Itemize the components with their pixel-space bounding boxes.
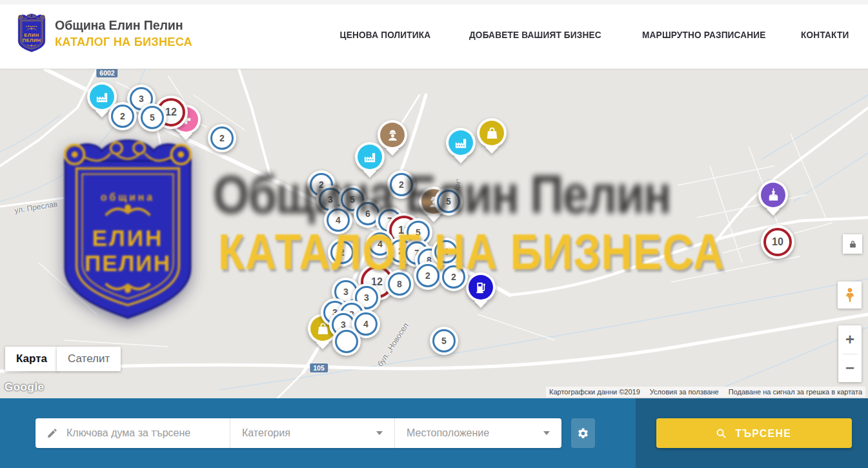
cluster-count: 5 <box>432 329 456 352</box>
cluster-count: 2 <box>210 127 234 150</box>
bag-icon <box>479 121 504 145</box>
fuel-icon <box>469 275 493 300</box>
category-dropdown[interactable]: Категория <box>230 418 395 448</box>
brand-text: Община Елин Пелин КАТАЛОГ НА БИЗНЕСА <box>55 17 198 49</box>
pencil-icon <box>46 427 58 439</box>
cluster-count: 2 <box>111 105 134 128</box>
search-button[interactable]: ТЪРСЕНЕ <box>656 418 852 448</box>
advanced-settings-button[interactable] <box>571 418 595 448</box>
zoom-out-button[interactable]: − <box>838 354 862 383</box>
lock-icon <box>848 239 858 249</box>
cluster-marker[interactable]: 2 <box>328 238 356 267</box>
cluster-marker[interactable]: 10 <box>761 225 794 259</box>
road-badge: 6002 <box>96 69 117 77</box>
maptype-map-button[interactable]: Карта <box>5 347 58 371</box>
church-icon <box>761 183 785 207</box>
cluster-count: 4 <box>434 240 458 263</box>
cluster-count: 4 <box>327 209 350 232</box>
search-fields: Категория Местоположение <box>35 418 561 448</box>
municipality-crest-logo: община ЕЛИН ПЕЛИН <box>16 13 47 54</box>
cluster-marker[interactable]: 2 <box>414 261 442 290</box>
crest-text-line2: ПЕЛИН <box>23 37 41 43</box>
nav-item-4[interactable]: КОНТАКТИ <box>801 29 849 41</box>
cluster-count: 2 <box>442 265 465 289</box>
attribution-text: Картографски данни ©2019 <box>549 388 640 396</box>
map-attribution: Картографски данни ©2019Условия за ползв… <box>546 387 865 397</box>
cluster-count: 5 <box>437 190 460 213</box>
cluster-count: 2 <box>416 264 439 287</box>
chevron-down-icon <box>543 431 550 435</box>
pegman-icon <box>842 285 858 305</box>
crest-text-line1: ЕЛИН <box>24 32 39 38</box>
zoom-in-button[interactable]: + <box>838 325 862 354</box>
location-dropdown-label: Местоположение <box>407 427 489 439</box>
nav-item-3[interactable]: МАРШРУТНО РАЗПИСАНИЕ <box>642 29 766 41</box>
attribution-link[interactable]: Условия за ползване <box>650 388 719 396</box>
road-badge: 105 <box>310 363 328 372</box>
main-nav: ЦЕНОВА ПОЛИТИКАДОБАВЕТЕ ВАШИЯТ БИЗНЕСМАР… <box>334 0 852 69</box>
top-strip <box>0 0 868 5</box>
search-bar-right-panel: ТЪРСЕНЕ <box>636 398 868 468</box>
location-dropdown[interactable]: Местоположение <box>395 418 561 448</box>
site-subtitle: КАТАЛОГ НА БИЗНЕСА <box>55 35 192 49</box>
brand[interactable]: община ЕЛИН ПЕЛИН Община Елин Пелин КАТА… <box>16 13 198 54</box>
cluster-marker[interactable]: 4 <box>324 206 352 234</box>
keyword-input[interactable] <box>66 427 230 439</box>
category-pin-bag[interactable] <box>477 118 507 148</box>
factory-icon <box>358 145 382 169</box>
cluster-count <box>335 330 358 353</box>
search-button-label: ТЪРСЕНЕ <box>735 427 791 440</box>
factory-icon <box>90 85 114 109</box>
category-pin-factory[interactable] <box>446 128 476 158</box>
category-pin-fuel[interactable] <box>466 272 496 302</box>
cluster-count: 5 <box>141 106 164 129</box>
nav-item-2[interactable]: ДОБАВЕТЕ ВАШИЯТ БИЗНЕС <box>469 29 601 41</box>
cluster-marker[interactable]: 2 <box>387 170 416 199</box>
zoom-control: + − <box>838 325 862 382</box>
site-title: Община Елин Пелин <box>55 17 189 33</box>
google-logo[interactable]: Google <box>5 381 45 394</box>
pegman-control[interactable] <box>838 281 862 309</box>
cluster-marker[interactable]: 4 <box>432 238 460 266</box>
nav-item-1[interactable]: ЦЕНОВА ПОЛИТИКА <box>340 29 431 41</box>
header: община ЕЛИН ПЕЛИН Община Елин Пелин КАТА… <box>0 0 868 69</box>
factory-icon <box>449 130 473 155</box>
crest-text-top: община <box>26 25 37 28</box>
cluster-count: 2 <box>390 173 413 196</box>
map-canvas[interactable]: ул. Преславбул. „Новоселци“ 6002105 3212… <box>0 69 868 398</box>
cluster-marker[interactable]: 5 <box>430 327 458 355</box>
chevron-down-icon <box>376 431 383 435</box>
cluster-marker[interactable]: 2 <box>108 102 137 130</box>
category-pin-factory[interactable] <box>355 142 385 172</box>
search-bar: ТЪРСЕНЕ Категория Местоположение <box>0 398 868 468</box>
category-pin-worker[interactable] <box>378 120 407 150</box>
gear-icon <box>577 427 589 440</box>
cluster-marker[interactable]: 5 <box>138 103 167 132</box>
cluster-count: 10 <box>763 228 792 256</box>
search-icon <box>716 428 727 439</box>
cluster-marker[interactable]: 8 <box>385 270 414 298</box>
lock-button[interactable] <box>843 234 862 254</box>
cluster-marker[interactable]: 2 <box>439 263 468 291</box>
maptype-satellite-button[interactable]: Сателит <box>57 347 121 371</box>
keyword-field[interactable] <box>35 418 230 448</box>
cluster-count: 8 <box>388 272 411 296</box>
cluster-marker[interactable]: 5 <box>434 187 463 216</box>
cluster-count: 2 <box>330 241 354 264</box>
worker-icon <box>380 123 405 147</box>
cluster-marker[interactable] <box>332 327 361 356</box>
cluster-marker[interactable]: 2 <box>208 124 236 152</box>
page: община ЕЛИН ПЕЛИН Община Елин Пелин КАТА… <box>0 0 868 468</box>
category-pin-church[interactable] <box>758 180 788 210</box>
attribution-link[interactable]: Подаване на сигнал за грешка в картата <box>729 388 862 396</box>
category-dropdown-label: Категория <box>242 427 290 439</box>
